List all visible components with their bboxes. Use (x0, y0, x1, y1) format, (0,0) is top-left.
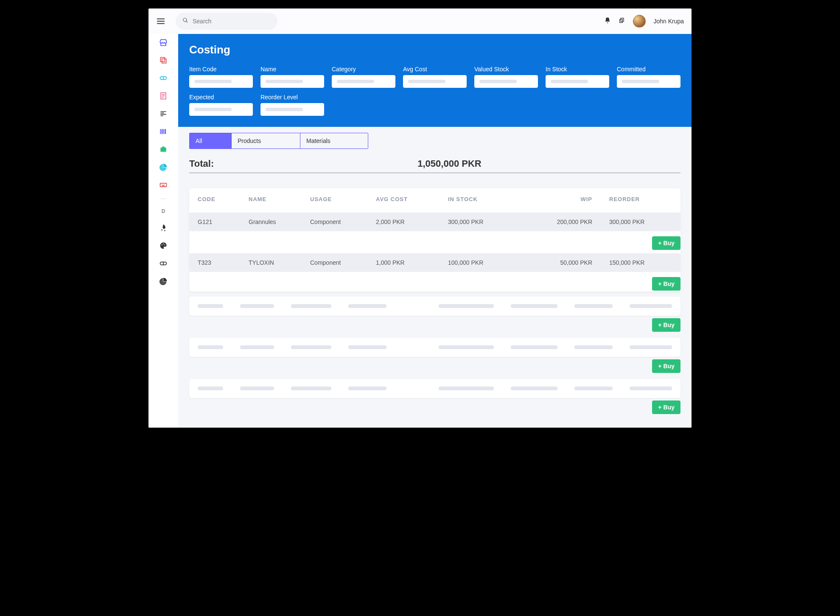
copy-nav-icon[interactable] (159, 56, 168, 64)
search-input[interactable] (193, 18, 271, 25)
user-name[interactable]: John Krupa (653, 18, 684, 25)
svg-point-9 (162, 244, 162, 245)
filter-label: Item Code (189, 66, 253, 73)
svg-rect-6 (163, 129, 164, 134)
svg-rect-4 (160, 129, 161, 134)
doc-icon[interactable] (159, 92, 168, 100)
svg-rect-0 (160, 57, 165, 62)
bell-icon[interactable] (604, 17, 611, 25)
filter-label: Expected (189, 94, 253, 101)
pie-blue-icon[interactable] (159, 163, 168, 171)
col-reorder: REORDER (601, 196, 669, 202)
cell-stock: 300,000 PKR (448, 218, 533, 225)
store-icon[interactable] (159, 38, 168, 47)
col-avg: AVG COST (376, 196, 448, 202)
table-row[interactable]: T323 TYLOXIN Component 1,000 PKR 100,000… (189, 253, 680, 272)
filter-input-5[interactable] (546, 75, 609, 88)
cell-stock: 100,000 PKR (448, 259, 533, 266)
filter-input-6[interactable] (617, 75, 680, 88)
col-usage: USAGE (310, 196, 376, 202)
cell-name: Grannules (249, 218, 310, 225)
search-box[interactable] (176, 13, 277, 30)
plus-icon: + (658, 322, 661, 328)
page-title: Costing (189, 43, 680, 56)
svg-rect-7 (165, 129, 166, 134)
loading-row (189, 297, 680, 316)
buy-button[interactable]: +Buy (652, 236, 680, 250)
cell-reorder: 150,000 PKR (601, 259, 669, 266)
pill-icon[interactable] (159, 74, 168, 82)
cell-name: TYLOXIN (249, 259, 310, 266)
total-label: Total: (189, 158, 214, 169)
filter-label: Committed (617, 66, 680, 73)
plus-icon: + (658, 404, 661, 411)
tab-all[interactable]: All (190, 133, 231, 148)
plus-icon: + (658, 240, 661, 246)
tab-materials[interactable]: Materials (300, 133, 368, 148)
costing-table: CODE NAME USAGE AVG COST IN STOCK WIP RE… (189, 188, 680, 291)
cell-code: T323 (189, 259, 249, 266)
cell-reorder: 300,000 PKR (601, 218, 669, 225)
total-row: Total: 1,050,000 PKR (189, 158, 680, 173)
filter-label: Category (332, 66, 395, 73)
col-name: NAME (249, 196, 310, 202)
buy-button[interactable]: +Buy (652, 400, 680, 414)
filter-input-7[interactable] (189, 103, 253, 116)
sidebar: D (148, 34, 178, 428)
page-header: Costing Item Code Name Category Avg Cost… (178, 34, 692, 127)
cell-wip: 200,000 PKR (533, 218, 601, 225)
filter-input-8[interactable] (260, 103, 324, 116)
filter-input-0[interactable] (189, 75, 253, 88)
briefcase-icon[interactable] (159, 145, 168, 154)
buy-button[interactable]: +Buy (652, 318, 680, 332)
copy-icon[interactable] (619, 17, 625, 25)
cell-wip: 50,000 PKR (533, 259, 601, 266)
table-row[interactable]: G121 Grannules Component 2,000 PKR 300,0… (189, 213, 680, 231)
filter-input-3[interactable] (403, 75, 467, 88)
loading-row (189, 338, 680, 357)
svg-point-10 (163, 244, 164, 244)
sidebar-d-label: D (162, 208, 165, 214)
pie-dark-icon[interactable] (159, 277, 168, 286)
svg-rect-1 (162, 59, 166, 63)
filter-input-1[interactable] (260, 75, 324, 88)
filter-label: Reorder Level (260, 94, 324, 101)
cell-avg: 2,000 PKR (376, 218, 448, 225)
filter-label: Valued Stock (474, 66, 538, 73)
cell-usage: Component (310, 218, 376, 225)
svg-point-11 (164, 244, 165, 245)
plus-icon: + (658, 280, 661, 287)
buy-button[interactable]: +Buy (652, 277, 680, 291)
rocket-icon[interactable] (159, 224, 168, 232)
plus-icon: + (658, 363, 661, 370)
tab-products[interactable]: Products (231, 133, 300, 148)
col-stock: IN STOCK (448, 196, 533, 202)
col-wip: WIP (533, 196, 601, 202)
filter-label: Name (260, 66, 324, 73)
pill2-icon[interactable] (159, 259, 168, 268)
filter-input-2[interactable] (332, 75, 395, 88)
filter-label: Avg Cost (403, 66, 467, 73)
svg-rect-5 (162, 129, 163, 134)
buy-button[interactable]: +Buy (652, 359, 680, 373)
col-code: CODE (189, 196, 249, 202)
cell-usage: Component (310, 259, 376, 266)
tabs: AllProductsMaterials (189, 133, 368, 149)
align-icon[interactable] (159, 109, 168, 118)
keyboard-icon[interactable] (159, 181, 168, 189)
cell-avg: 1,000 PKR (376, 259, 448, 266)
total-value: 1,050,000 PKR (417, 158, 481, 169)
barcode-icon[interactable] (159, 127, 168, 136)
loading-row (189, 379, 680, 398)
palette-icon[interactable] (159, 241, 168, 250)
filter-input-4[interactable] (474, 75, 538, 88)
filter-label: In Stock (546, 66, 609, 73)
avatar[interactable] (633, 15, 646, 28)
search-icon (182, 17, 193, 25)
cell-code: G121 (189, 218, 249, 225)
menu-toggle[interactable] (156, 17, 165, 26)
nav-divider (160, 199, 166, 199)
